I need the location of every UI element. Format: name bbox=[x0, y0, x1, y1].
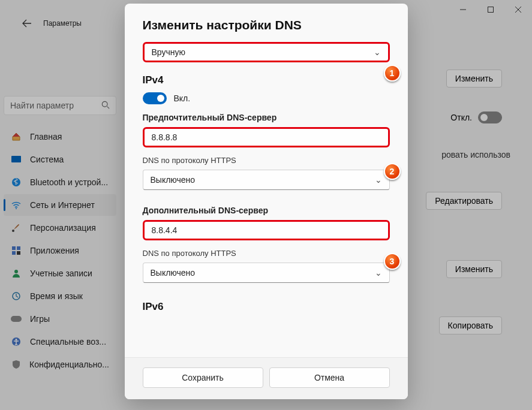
dialog-footer: Сохранить Отмена bbox=[125, 357, 408, 399]
doh2-label: DNS по протоколу HTTPS bbox=[143, 249, 390, 258]
callout-badge-1: 1 bbox=[384, 65, 401, 82]
cancel-button[interactable]: Отмена bbox=[269, 367, 390, 388]
preferred-dns-input[interactable]: 8.8.8.8 bbox=[143, 127, 390, 147]
doh2-value: Выключено bbox=[151, 268, 196, 278]
chevron-down-icon: ⌄ bbox=[375, 175, 382, 185]
doh-select[interactable]: Выключено ⌄ bbox=[143, 170, 390, 190]
doh-value: Выключено bbox=[151, 175, 196, 185]
dns-mode-value: Вручную bbox=[152, 47, 186, 57]
callout-badge-3: 3 bbox=[384, 253, 401, 270]
dns-settings-dialog: Изменить настройки DNS Вручную ⌄ IPv4 Вк… bbox=[125, 4, 408, 399]
chevron-down-icon: ⌄ bbox=[375, 268, 382, 278]
ipv6-heading: IPv6 bbox=[143, 301, 390, 313]
ipv4-toggle[interactable] bbox=[143, 92, 167, 104]
ipv4-on-label: Вкл. bbox=[174, 94, 191, 103]
doh-label: DNS по протоколу HTTPS bbox=[143, 156, 390, 165]
dns-mode-select[interactable]: Вручную ⌄ bbox=[143, 42, 390, 62]
dialog-title: Изменить настройки DNS bbox=[143, 18, 390, 32]
chevron-down-icon: ⌄ bbox=[374, 47, 381, 57]
alt-dns-label: Дополнительный DNS-сервер bbox=[143, 206, 390, 215]
modal-overlay: Изменить настройки DNS Вручную ⌄ IPv4 Вк… bbox=[0, 0, 532, 410]
preferred-dns-value: 8.8.8.8 bbox=[152, 132, 178, 142]
ipv4-heading: IPv4 bbox=[143, 74, 390, 86]
callout-badge-2: 2 bbox=[384, 163, 401, 180]
save-button[interactable]: Сохранить bbox=[143, 367, 263, 388]
alt-dns-value: 8.8.4.4 bbox=[152, 225, 178, 235]
doh2-select[interactable]: Выключено ⌄ bbox=[143, 263, 390, 283]
preferred-dns-label: Предпочтительный DNS-сервер bbox=[143, 113, 390, 122]
alt-dns-input[interactable]: 8.8.4.4 bbox=[143, 220, 390, 240]
